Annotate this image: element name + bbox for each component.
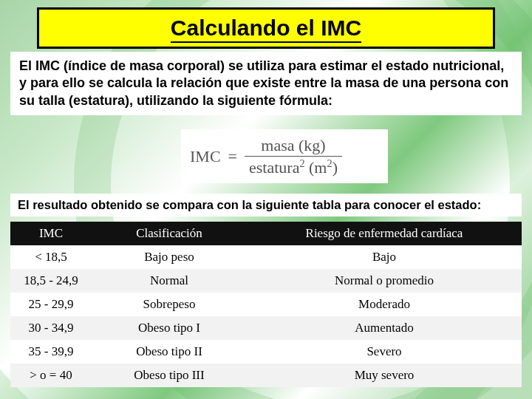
table-row: 25 - 29,9 Sobrepeso Moderado xyxy=(10,293,522,316)
cell-risk: Bajo xyxy=(247,245,522,269)
cell-imc: 35 - 39,9 xyxy=(10,340,92,364)
imc-table: IMC Clasificación Riesgo de enfermedad c… xyxy=(10,222,522,387)
cell-clas: Obeso tipo III xyxy=(92,364,247,387)
table-row: 30 - 34,9 Obeso tipo I Aumentado xyxy=(10,316,522,340)
cell-risk: Muy severo xyxy=(247,364,522,387)
table-row: > o = 40 Obeso tipo III Muy severo xyxy=(10,364,522,387)
cell-risk: Severo xyxy=(247,340,522,364)
cell-clas: Bajo peso xyxy=(92,245,247,269)
compare-text-box: El resultado obtenido se compara con la … xyxy=(10,194,522,216)
cell-clas: Sobrepeso xyxy=(92,293,247,316)
imc-table-container: IMC Clasificación Riesgo de enfermedad c… xyxy=(10,222,522,387)
formula-box: IMC = masa (kg) estatura2 (m2) xyxy=(181,129,388,183)
header-clasificacion: Clasificación xyxy=(92,222,247,245)
formula-lhs: IMC xyxy=(190,147,221,166)
table-row: 18,5 - 24,9 Normal Normal o promedio xyxy=(10,269,522,293)
cell-clas: Normal xyxy=(92,269,247,293)
cell-clas: Obeso tipo II xyxy=(92,340,247,364)
slide-title: Calculando el IMC xyxy=(37,7,495,49)
cell-imc: 30 - 34,9 xyxy=(10,316,92,340)
slide-title-text: Calculando el IMC xyxy=(171,16,361,43)
table-row: 35 - 39,9 Obeso tipo II Severo xyxy=(10,340,522,364)
header-imc: IMC xyxy=(10,222,92,245)
cell-clas: Obeso tipo I xyxy=(92,316,247,340)
formula-numerator: masa (kg) xyxy=(256,137,330,156)
header-riesgo: Riesgo de enfermedad cardíaca xyxy=(247,222,522,245)
cell-risk: Normal o promedio xyxy=(247,269,522,293)
table-row: < 18,5 Bajo peso Bajo xyxy=(10,245,522,269)
formula-denominator: estatura2 (m2) xyxy=(245,156,342,177)
cell-imc: < 18,5 xyxy=(10,245,92,269)
formula-eq: = xyxy=(228,147,237,166)
description-text: El IMC (índice de masa corporal) se util… xyxy=(19,58,508,108)
cell-imc: 18,5 - 24,9 xyxy=(10,269,92,293)
compare-text: El resultado obtenido se compara con la … xyxy=(18,198,481,211)
cell-imc: 25 - 29,9 xyxy=(10,293,92,316)
cell-risk: Moderado xyxy=(247,293,522,316)
table-header-row: IMC Clasificación Riesgo de enfermedad c… xyxy=(10,222,522,245)
formula-fraction: masa (kg) estatura2 (m2) xyxy=(245,137,342,177)
description-box: El IMC (índice de masa corporal) se util… xyxy=(10,52,522,115)
cell-risk: Aumentado xyxy=(247,316,522,340)
cell-imc: > o = 40 xyxy=(10,364,92,387)
